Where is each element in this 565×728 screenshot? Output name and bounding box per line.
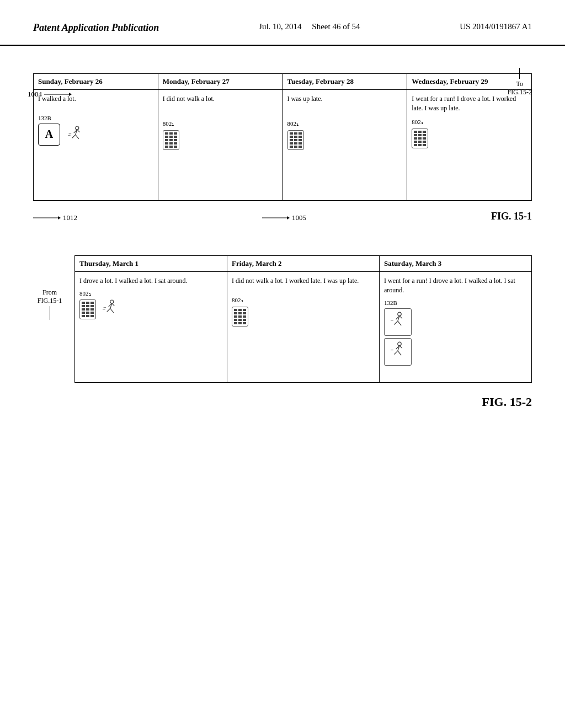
- thu-mar1-ref: 802₁: [79, 290, 222, 297]
- fig15-2-label-area: FIG. 15-2: [74, 389, 532, 409]
- sun-feb26-icons: 132B A: [38, 115, 153, 146]
- svg-line-6: [77, 130, 80, 132]
- tue-feb28-ref: 802₁: [287, 120, 403, 127]
- col-body-tue-feb28: I was up late. 802₁: [283, 90, 407, 200]
- from-fig-text: FromFIG.15-1: [38, 288, 62, 305]
- col-header-sun-feb26: Sunday, February 26: [34, 74, 158, 90]
- wed-feb29-device-area: 802₁: [412, 119, 527, 148]
- svg-point-29: [398, 342, 401, 345]
- fig15-1-bottom-annotations: 1012 1005 FIG. 15-1: [33, 205, 532, 222]
- ref-132B-label: 132B: [38, 115, 153, 121]
- header-date-sheet: Jul. 10, 2014 Sheet 46 of 54: [259, 22, 360, 31]
- fri-mar2-device: [232, 307, 248, 326]
- sat-mar3-icons: 132B: [384, 299, 527, 366]
- sun-feb26-icon-group: A: [38, 124, 153, 146]
- fig15-2-calendar-wrapper: Thursday, March 1 I drove a lot. I walke…: [74, 255, 532, 409]
- fig15-2-label: FIG. 15-2: [482, 395, 532, 409]
- mon-feb27-text: I did not walk a lot.: [163, 94, 278, 104]
- svg-line-5: [76, 135, 79, 139]
- svg-line-31: [394, 351, 397, 354]
- device-grid-3: [414, 131, 426, 146]
- fri-mar2-text: I did not walk a lot. I worked late. I w…: [232, 276, 375, 286]
- publication-label: Patent Application Publication: [33, 22, 159, 34]
- thu-mar1-icons: 802₁: [79, 290, 222, 319]
- svg-line-16: [107, 308, 110, 312]
- mon-feb27-device: [163, 130, 179, 150]
- header-date: Jul. 10, 2014: [259, 22, 302, 31]
- runner-icon-sat-2: [386, 340, 408, 362]
- svg-line-25: [398, 321, 401, 325]
- ref-1012-arrow: [33, 214, 61, 222]
- col-body-thu-mar1: I drove a lot. I walked a lot. I sat aro…: [75, 272, 227, 382]
- runner-icon-thu: [99, 298, 120, 319]
- svg-line-18: [112, 303, 115, 306]
- fig15-2-calendar: Thursday, March 1 I drove a lot. I walke…: [74, 255, 532, 383]
- mon-feb27-device-area: 802₁: [163, 120, 278, 150]
- col-body-sun-feb26: I walked a lot. 132B A: [34, 90, 158, 200]
- svg-point-2: [76, 126, 79, 130]
- page: Patent Application Publication Jul. 10, …: [0, 0, 565, 728]
- col-header-mon-feb27: Monday, February 27: [158, 74, 282, 90]
- fig15-2-area: FromFIG.15-1 Thursday, March 1 I drove a…: [33, 255, 532, 409]
- col-header-tue-feb28: Tuesday, February 28: [283, 74, 407, 90]
- main-content: 1004 ToFIG.15-2 Sunday, February 26: [0, 46, 565, 431]
- wed-feb29-ref: 802₁: [412, 119, 527, 126]
- runner-icon-sun: [65, 125, 86, 146]
- col-body-fri-mar2: I did not walk a lot. I worked late. I w…: [227, 272, 379, 382]
- fig15-2-main: FromFIG.15-1 Thursday, March 1 I drove a…: [33, 255, 532, 409]
- tue-feb28-text: I was up late.: [287, 94, 403, 104]
- wed-feb29-device: [412, 129, 428, 148]
- from-fig15-1: FromFIG.15-1: [33, 255, 66, 320]
- svg-line-24: [394, 321, 397, 324]
- col-monday-feb27: Monday, February 27 I did not walk a lot…: [158, 74, 283, 200]
- svg-line-17: [110, 308, 114, 313]
- mon-feb27-ref: 802₁: [163, 120, 278, 127]
- svg-marker-13: [287, 216, 290, 220]
- thu-mar1-text: I drove a lot. I walked a lot. I sat aro…: [79, 276, 222, 286]
- letter-a-box: A: [38, 124, 60, 146]
- col-wednesday-feb29: Wednesday, February 29 I went for a run!…: [407, 74, 531, 200]
- col-body-sat-mar3: I went for a run! I drove a lot. I walke…: [380, 272, 531, 382]
- col-thursday-mar1: Thursday, March 1 I drove a lot. I walke…: [75, 256, 227, 382]
- svg-line-33: [399, 345, 402, 348]
- device-grid-2: [290, 132, 302, 148]
- ref-1005: 1005: [262, 213, 306, 222]
- sun-feb26-text: I walked a lot.: [38, 94, 153, 104]
- col-saturday-mar3: Saturday, March 3 I went for a run! I dr…: [380, 256, 531, 382]
- col-header-thu-mar1: Thursday, March 1: [75, 256, 227, 272]
- runner-icon-sat-1: [386, 311, 408, 333]
- fig15-1-area: 1004 ToFIG.15-2 Sunday, February 26: [33, 73, 532, 222]
- svg-line-4: [72, 135, 76, 138]
- ref-1012: 1012: [33, 213, 77, 222]
- col-body-wed-feb29: I went for a run! I drove a lot. I worke…: [407, 90, 531, 200]
- fri-mar2-device-area: 802₁: [232, 297, 375, 326]
- sat-mar3-text: I went for a run! I drove a lot. I walke…: [384, 276, 527, 295]
- header-sheet: Sheet 46 of 54: [312, 22, 360, 31]
- sat-mar3-runner-box-2: [384, 338, 412, 366]
- col-tuesday-feb28: Tuesday, February 28 I was up late. 802₁: [283, 74, 408, 200]
- sat-mar3-double-icons: [384, 308, 527, 366]
- fig15-1-calendar: Sunday, February 26 I walked a lot. 132B…: [33, 73, 532, 201]
- svg-marker-11: [58, 216, 61, 220]
- thu-mar1-device: [79, 299, 96, 319]
- tue-feb28-device: [287, 130, 304, 150]
- device-grid: [165, 132, 177, 148]
- col-header-fri-mar2: Friday, March 2: [227, 256, 379, 272]
- tue-feb28-device-area: 802₁: [287, 120, 403, 150]
- ref-1005-arrow: [262, 214, 290, 222]
- svg-line-32: [398, 351, 401, 355]
- svg-point-22: [398, 312, 401, 315]
- sat-mar3-runner-box-1: [384, 308, 412, 336]
- page-header: Patent Application Publication Jul. 10, …: [0, 0, 565, 46]
- wed-feb29-text: I went for a run! I drove a lot. I worke…: [412, 94, 527, 113]
- col-body-mon-feb27: I did not walk a lot. 802₁: [158, 90, 282, 200]
- col-header-sat-mar3: Saturday, March 3: [380, 256, 531, 272]
- col-sunday-feb26: Sunday, February 26 I walked a lot. 132B…: [34, 74, 158, 200]
- svg-point-14: [110, 300, 114, 303]
- patent-number: US 2014/0191867 A1: [460, 22, 532, 31]
- fig15-1-label: FIG. 15-1: [491, 211, 532, 222]
- thu-mar1-icon-group: [79, 298, 222, 319]
- svg-line-26: [399, 315, 402, 318]
- fri-mar2-ref: 802₁: [232, 297, 375, 304]
- sat-mar3-ref132B: 132B: [384, 299, 527, 306]
